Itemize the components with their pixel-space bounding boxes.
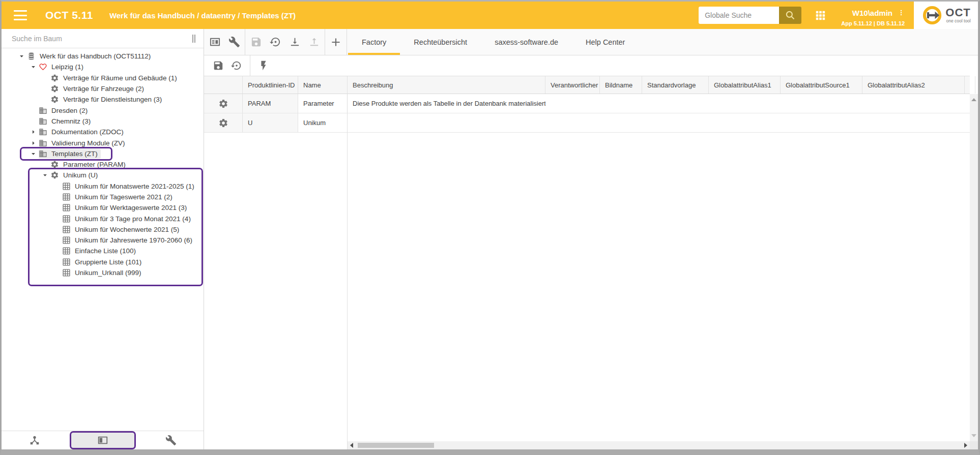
grid-execute-button[interactable] (254, 55, 273, 76)
tree-item[interactable]: Validierung Module (ZV) (2, 137, 204, 148)
tab-saxess-software-de[interactable]: saxess-software.de (481, 29, 572, 55)
tree-item[interactable]: Dokumentation (ZDOC) (2, 127, 204, 137)
tree-item[interactable]: Unikum für Wochenwerte 2021 (5) (2, 224, 204, 235)
column-header-globalattributalias2[interactable]: GlobalattributAlias2 (862, 76, 965, 94)
horizontal-scroll-thumb[interactable] (358, 443, 434, 448)
tree-item[interactable]: Einfache Liste (100) (2, 246, 204, 256)
tree-item-content[interactable]: Leipzig (1) (39, 62, 87, 72)
tab-help-center[interactable]: Help Center (572, 29, 639, 55)
grid-history-button[interactable] (227, 55, 246, 76)
expander-expanded-icon[interactable] (16, 52, 27, 61)
expander-expanded-icon[interactable] (39, 171, 50, 180)
global-search-input[interactable] (699, 7, 779, 24)
tab-rechte-bersicht[interactable]: Rechteübersicht (400, 29, 481, 55)
tree-item-content[interactable]: Unikum (U) (50, 170, 101, 180)
tree-item[interactable]: Verträge für Dienstleistungen (3) (2, 94, 204, 105)
expander-collapsed-icon[interactable] (27, 138, 39, 147)
form-view-button[interactable] (205, 29, 224, 55)
grid-save-button[interactable] (209, 55, 227, 76)
tree-item[interactable]: Dresden (2) (2, 105, 204, 115)
tree-item[interactable]: Verträge für Räume und Gebäude (1) (2, 73, 204, 83)
tree-item[interactable]: Unikum für Tageswerte 2021 (2) (2, 192, 204, 202)
table-cell[interactable] (545, 113, 600, 132)
tree-item[interactable]: Werk für das Handbuch (OCT51112) (2, 51, 204, 62)
configure-button[interactable] (224, 29, 244, 55)
table-cell[interactable] (545, 94, 600, 113)
tree-item-content[interactable]: Chemnitz (3) (39, 116, 94, 126)
tree-item[interactable]: Parameter (PARAM) (2, 159, 204, 170)
tree-item-content[interactable]: Unikum für Werktageswerte 2021 (3) (62, 203, 190, 213)
column-header-produktlinien-id[interactable]: Produktlinien-ID (243, 76, 298, 94)
expander-collapsed-icon[interactable] (27, 128, 39, 137)
apps-grid-icon[interactable] (815, 10, 826, 21)
table-cell[interactable] (862, 113, 965, 132)
table-cell[interactable] (862, 94, 965, 113)
column-header-name[interactable]: Name (298, 76, 348, 94)
tree-item[interactable]: Unikum für Jahreswerte 1970-2060 (6) (2, 235, 204, 246)
tree-item-content[interactable]: Parameter (PARAM) (50, 160, 129, 169)
tab-factory[interactable]: Factory (348, 29, 400, 55)
table-cell[interactable] (781, 113, 862, 132)
tree-item-content[interactable]: Templates (ZT) (39, 149, 101, 159)
tree-item[interactable]: Chemnitz (3) (2, 116, 204, 127)
tree-item-content[interactable]: Unikum für 3 Tage pro Monat 2021 (4) (62, 214, 194, 224)
tree-item[interactable]: Gruppierte Liste (101) (2, 257, 204, 267)
column-header-standardvorlage[interactable]: Standardvorlage (642, 76, 709, 94)
tree-item-content[interactable]: Validierung Module (ZV) (39, 138, 128, 148)
add-button[interactable] (326, 29, 345, 55)
row-settings-button[interactable] (204, 94, 243, 113)
scroll-left-arrow[interactable] (350, 443, 353, 448)
table-cell[interactable]: PARAM (243, 94, 298, 113)
tree-item[interactable]: Unikum (U) (2, 170, 204, 180)
table-cell[interactable]: Diese Produkte werden als Tabelle in der… (348, 94, 545, 113)
scroll-right-arrow[interactable] (964, 443, 967, 448)
user-menu-icon[interactable] (898, 8, 905, 17)
table-cell[interactable] (642, 94, 709, 113)
tree-item-content[interactable]: Dokumentation (ZDOC) (39, 127, 127, 137)
tree-panel-button[interactable] (4, 432, 65, 449)
expander-expanded-icon[interactable] (27, 149, 39, 158)
table-cell[interactable] (348, 113, 545, 132)
horizontal-scrollbar[interactable] (348, 441, 970, 449)
table-cell[interactable]: Unikum (298, 113, 348, 132)
tree-item[interactable]: Templates (ZT) (2, 148, 204, 159)
table-cell[interactable] (600, 113, 642, 132)
scroll-down-arrow[interactable] (971, 434, 976, 437)
tree-item-content[interactable]: Unikum für Wochenwerte 2021 (5) (62, 225, 182, 234)
table-row[interactable]: PARAMParameterDiese Produkte werden als … (204, 94, 970, 113)
tree-item-content[interactable]: Verträge für Fahrzeuge (2) (50, 84, 147, 94)
expander-expanded-icon[interactable] (27, 63, 39, 72)
tree-item-content[interactable]: Unikum für Jahreswerte 1970-2060 (6) (62, 235, 195, 245)
table-cell[interactable] (642, 113, 709, 132)
column-header-beschreibung[interactable]: Beschreibung (348, 76, 545, 94)
row-settings-button[interactable] (204, 113, 243, 132)
tree-item-content[interactable]: Einfache Liste (100) (62, 246, 139, 256)
table-cell[interactable] (781, 94, 862, 113)
tree-item[interactable]: Leipzig (1) (2, 62, 204, 72)
tree-item-content[interactable]: Verträge für Dienstleistungen (3) (50, 95, 165, 104)
column-header-globalattributalias1[interactable]: GlobalattributAlias1 (709, 76, 781, 94)
splitter-handle[interactable] (192, 35, 199, 43)
column-header-bildname[interactable]: Bildname (600, 76, 642, 94)
tree-item[interactable]: Verträge für Fahrzeuge (2) (2, 83, 204, 94)
table-row[interactable]: UUnikum (204, 113, 970, 133)
tree-item[interactable]: Unikum für 3 Tage pro Monat 2021 (4) (2, 213, 204, 224)
tree-item[interactable]: Unikum für Monatswerte 2021-2025 (1) (2, 181, 204, 192)
tree-item-content[interactable]: Unikum für Tageswerte 2021 (2) (62, 192, 176, 202)
tree-item-content[interactable]: Dresden (2) (39, 106, 91, 115)
tree-item-content[interactable]: Unikum_Urknall (999) (62, 268, 145, 278)
column-header-verantwortlicher[interactable]: Verantwortlicher (545, 76, 600, 94)
tree-item-content[interactable]: Unikum für Monatswerte 2021-2025 (1) (62, 181, 197, 191)
tree-item[interactable]: Unikum für Werktageswerte 2021 (3) (2, 202, 204, 213)
tree-item-content[interactable]: Werk für das Handbuch (OCT51112) (27, 51, 154, 61)
tree-search-input[interactable] (2, 35, 192, 43)
table-cell[interactable]: U (243, 113, 298, 132)
tree-item[interactable]: Unikum_Urknall (999) (2, 267, 204, 278)
table-cell[interactable] (600, 94, 642, 113)
table-cell[interactable]: Parameter (298, 94, 348, 113)
history-button[interactable] (266, 29, 285, 55)
vertical-scrollbar[interactable] (970, 94, 978, 441)
download-button[interactable] (285, 29, 304, 55)
menu-icon[interactable] (14, 10, 27, 20)
dataentry-panel-button[interactable] (70, 431, 136, 449)
